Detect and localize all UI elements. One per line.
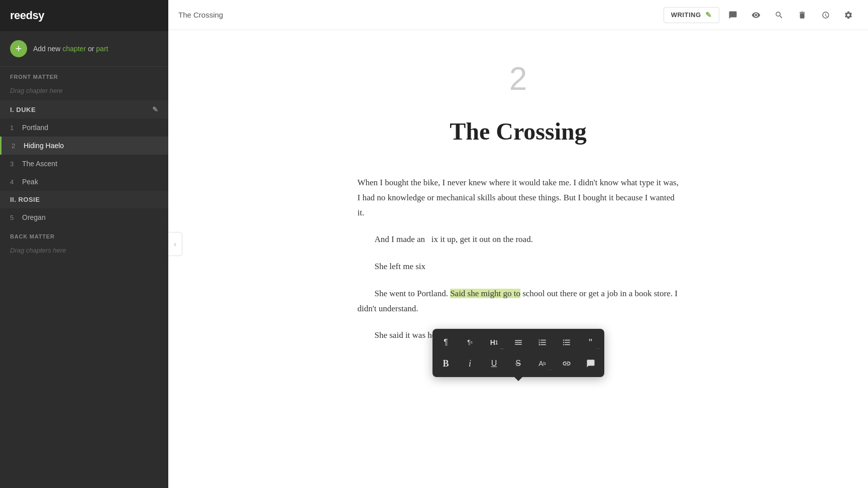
- format-link-btn[interactable]: [555, 354, 578, 373]
- format-toolbar-row-2: B i U S Ab···: [435, 354, 602, 373]
- chapter-item-oregan[interactable]: 5 Oregan: [0, 208, 168, 226]
- add-chapter-link[interactable]: chapter: [62, 45, 86, 53]
- part-header-rosie[interactable]: II. ROSIE: [0, 191, 168, 208]
- writing-mode-button[interactable]: WRITING ✎: [664, 7, 719, 23]
- chapter-num-1: 1: [10, 124, 22, 132]
- chapter-num-5: 5: [10, 214, 22, 221]
- eye-icon: [751, 11, 761, 20]
- format-ordered-list-btn[interactable]: [531, 333, 554, 352]
- format-paragraph-btn[interactable]: ¶: [435, 333, 458, 352]
- settings-button[interactable]: [839, 6, 858, 25]
- add-new-section: + Add new chapter or part: [0, 31, 168, 67]
- preview-button[interactable]: [746, 6, 766, 25]
- format-bold-btn[interactable]: B: [435, 354, 458, 373]
- format-comment-btn[interactable]: [579, 354, 602, 373]
- chapter-body[interactable]: When I bought the bike, I never knew whe…: [358, 175, 679, 343]
- chapter-item-peak[interactable]: 4 Peak: [0, 173, 168, 191]
- format-toolbar-row-1: ¶ ¶s H1··· "···: [435, 333, 602, 352]
- writing-mode-label: WRITING: [671, 11, 701, 19]
- chapter-num-3: 3: [10, 160, 22, 168]
- format-align-btn[interactable]: [507, 333, 530, 352]
- pencil-icon: ✎: [705, 11, 712, 20]
- chapter-item-portland[interactable]: 1 Portland: [0, 118, 168, 137]
- top-actions: WRITING ✎: [664, 6, 858, 25]
- content-area[interactable]: 2 The Crossing When I bought the bike, I…: [168, 30, 868, 488]
- part-header-duke[interactable]: I. DUKE ✎: [0, 100, 168, 118]
- format-font-size-btn[interactable]: Ab···: [531, 354, 554, 373]
- chapter-item-hiding-haelo[interactable]: 2 Hiding Haelo: [0, 137, 168, 155]
- chapter-title-oregan: Oregan: [22, 213, 46, 221]
- part-duke-label: I. DUKE: [10, 106, 36, 113]
- paragraph-1[interactable]: When I bought the bike, I never knew whe…: [358, 175, 679, 220]
- front-matter-placeholder: Drag chapter here: [0, 83, 168, 100]
- chapter-title-the-ascent: The Ascent: [22, 160, 57, 168]
- sidebar: reedsy + Add new chapter or part FRONT M…: [0, 0, 168, 488]
- chapter-title: The Crossing: [358, 117, 679, 145]
- format-toolbar: ¶ ¶s H1··· "··· B i U S Ab···: [432, 329, 604, 377]
- chapter-num-2: 2: [12, 142, 24, 150]
- comment-button[interactable]: [723, 6, 742, 25]
- paragraph-3[interactable]: She left me six: [358, 259, 679, 274]
- chapter-title-portland: Portland: [22, 124, 48, 132]
- chapter-content: 2 The Crossing When I bought the bike, I…: [348, 60, 689, 343]
- main-area: The Crossing WRITING ✎: [168, 0, 868, 488]
- add-new-text: Add new chapter or part: [33, 45, 108, 53]
- chapter-title-hiding-haelo: Hiding Haelo: [24, 142, 64, 150]
- history-button[interactable]: [816, 6, 835, 25]
- format-heading1-btn[interactable]: H1···: [483, 333, 506, 352]
- chapter-item-the-ascent[interactable]: 3 The Ascent: [0, 155, 168, 173]
- top-bar: The Crossing WRITING ✎: [168, 0, 868, 30]
- logo[interactable]: reedsy: [10, 9, 44, 22]
- highlighted-text: Said she might go to: [450, 289, 520, 298]
- chapter-number: 2: [358, 60, 679, 97]
- format-bullet-list-btn[interactable]: [555, 333, 578, 352]
- part-edit-icon[interactable]: ✎: [152, 105, 159, 113]
- chapter-title-peak: Peak: [22, 178, 38, 186]
- format-paragraph-sans-btn[interactable]: ¶s: [459, 333, 482, 352]
- format-blockquote-btn[interactable]: "···: [579, 333, 602, 352]
- add-part-link[interactable]: part: [96, 45, 108, 53]
- comment-icon: [728, 11, 737, 20]
- collapse-sidebar-button[interactable]: ‹: [168, 232, 182, 256]
- back-matter-placeholder: Drag chapters here: [0, 242, 168, 260]
- back-matter-header: BACK MATTER: [0, 228, 168, 242]
- paragraph-4[interactable]: She went to Portland. Said she might go …: [358, 286, 679, 316]
- front-matter-header: FRONT MATTER: [0, 69, 168, 83]
- format-strikethrough-btn[interactable]: S: [507, 354, 530, 373]
- part-rosie-label: II. ROSIE: [10, 196, 40, 203]
- format-italic-btn[interactable]: i: [459, 354, 482, 373]
- trash-icon: [798, 11, 807, 20]
- search-icon: [775, 11, 784, 20]
- delete-button[interactable]: [793, 6, 812, 25]
- history-icon: [821, 11, 830, 20]
- search-button[interactable]: [770, 6, 789, 25]
- settings-icon: [844, 11, 853, 20]
- format-underline-btn[interactable]: U: [483, 354, 506, 373]
- chapter-breadcrumb: The Crossing: [178, 11, 223, 19]
- chapter-num-4: 4: [10, 178, 22, 186]
- sidebar-header: reedsy: [0, 0, 168, 31]
- paragraph-2[interactable]: And I made an ix it up, get it out on th…: [358, 232, 679, 247]
- add-icon[interactable]: +: [10, 40, 27, 57]
